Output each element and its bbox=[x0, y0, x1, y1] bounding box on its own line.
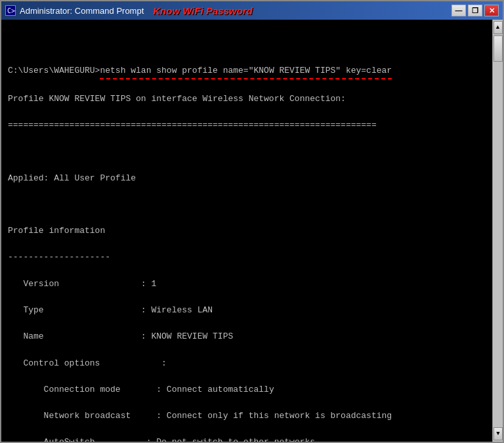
window-controls: — ❐ ✕ bbox=[452, 5, 499, 16]
control-line: Control options : bbox=[8, 357, 483, 370]
title-red-text: Know WiFi Password bbox=[153, 5, 253, 16]
applied-line: Applied: All User Profile bbox=[8, 172, 483, 185]
name-value: : KNOW REVIEW TIPS bbox=[141, 331, 233, 341]
cmd-window: C> Administrator: Command Prompt Know Wi… bbox=[0, 0, 504, 443]
terminal-content: C:\Users\WAHEGURU>netsh wlan show profil… bbox=[8, 25, 496, 442]
cmd-icon: C> bbox=[5, 5, 16, 16]
title-bar: C> Administrator: Command Prompt Know Wi… bbox=[1, 1, 503, 20]
name-label: Name bbox=[8, 331, 44, 341]
version-line: Version : 1 bbox=[8, 278, 483, 291]
close-button[interactable]: ✕ bbox=[484, 5, 499, 16]
conn-mode-label: Connection mode bbox=[8, 385, 121, 394]
terminal-body: C:\Users\WAHEGURU>netsh wlan show profil… bbox=[1, 20, 503, 442]
prompt-text: C:\Users\WAHEGURU> bbox=[8, 66, 100, 75]
net-bcast-line: Network broadcast : Connect only if this… bbox=[8, 410, 483, 423]
autoswitch-value: : Do not switch to other networks bbox=[146, 437, 315, 442]
control-value: : bbox=[161, 358, 167, 368]
dashes1: -------------------- bbox=[8, 251, 483, 264]
minimize-button[interactable]: — bbox=[452, 5, 466, 16]
profile-line: Profile KNOW REVIEW TIPS on interface Wi… bbox=[8, 93, 483, 106]
empty-line bbox=[8, 38, 483, 51]
command-text: netsh wlan show profile name="KNOW REVIE… bbox=[100, 64, 392, 79]
net-bcast-value: : Connect only if this network is broadc… bbox=[156, 411, 392, 421]
scrollbar-track[interactable]: ▲ ▼ bbox=[492, 20, 503, 442]
net-bcast-label: Network broadcast bbox=[8, 411, 131, 421]
profile-info-header: Profile information bbox=[8, 224, 483, 238]
type-value: : Wireless LAN bbox=[141, 305, 213, 315]
conn-mode-line: Connection mode : Connect automatically bbox=[8, 383, 483, 396]
autoswitch-line: AutoSwitch : Do not switch to other netw… bbox=[8, 436, 483, 442]
type-line: Type : Wireless LAN bbox=[8, 304, 483, 317]
equals-line: ========================================… bbox=[8, 119, 483, 132]
conn-mode-value: : Connect automatically bbox=[156, 385, 274, 394]
restore-button[interactable]: ❐ bbox=[468, 5, 482, 16]
type-label: Type bbox=[8, 305, 44, 315]
title-bar-left: C> Administrator: Command Prompt Know Wi… bbox=[5, 5, 253, 16]
empty-line2 bbox=[8, 145, 483, 158]
svg-text:C>: C> bbox=[7, 7, 15, 14]
scroll-up-button[interactable]: ▲ bbox=[494, 21, 503, 34]
scroll-down-button[interactable]: ▼ bbox=[494, 427, 503, 440]
version-label: Version bbox=[8, 279, 59, 289]
name-line: Name : KNOW REVIEW TIPS bbox=[8, 330, 483, 343]
version-value: : 1 bbox=[141, 279, 156, 289]
title-static-text: Administrator: Command Prompt bbox=[20, 6, 144, 16]
autoswitch-label: AutoSwitch bbox=[8, 437, 95, 442]
command-line: C:\Users\WAHEGURU>netsh wlan show profil… bbox=[8, 64, 483, 79]
scroll-thumb[interactable] bbox=[494, 35, 503, 62]
control-label: Control options bbox=[8, 358, 100, 368]
empty-line3 bbox=[8, 198, 483, 211]
